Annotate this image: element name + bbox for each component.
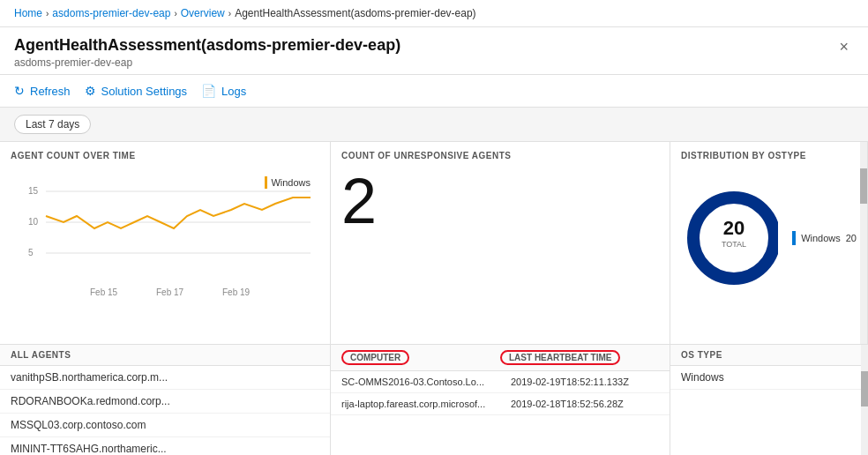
cell-heartbeat-2: 2019-02-18T18:52:56.28Z [500,393,670,414]
list-item[interactable]: MININT-TT6SAHG.northameric... [0,437,330,455]
unresponsive-table-panel: COMPUTER LAST HEARTBEAT TIME SC-OMMS2016… [331,345,670,455]
cell-computer-2: rija-laptop.fareast.corp.microsof... [331,393,500,414]
computer-col-header: COMPUTER [341,350,409,365]
toolbar: ↻ Refresh ⚙ Solution Settings 📄 Logs [0,75,868,108]
table-row[interactable]: SC-OMMS2016-03.Contoso.Lo... 2019-02-19T… [331,371,670,393]
donut-chart-svg: 20 TOTAL [681,185,778,291]
all-agents-header: ALL AGENTS [0,345,330,366]
y-label-15: 15 [28,186,39,196]
x-label-feb15: Feb 15 [90,287,118,297]
heartbeat-col-header: LAST HEARTBEAT TIME [500,350,620,365]
list-item[interactable]: RDORANBOOKa.redmond.corp... [0,390,330,414]
distribution-legend: Windows 20 [792,231,857,245]
breadcrumb-sep-2: › [174,9,176,19]
chart-line [46,198,311,228]
x-label-feb17: Feb 17 [156,287,184,297]
logs-label: Logs [221,85,246,98]
bottom-panels: ALL AGENTS vanithpSB.northamerica.corp.m… [0,345,868,455]
filter-bar: Last 7 days [0,108,868,142]
y-label-10: 10 [28,217,39,227]
all-agents-list: vanithpSB.northamerica.corp.m... RDORANB… [0,366,330,455]
breadcrumb-overview[interactable]: Overview [181,7,225,19]
windows-legend-right: Windows 20 [792,231,857,245]
legend-bar [265,176,267,189]
header-left: AgentHealthAssessment(asdoms-premier-dev… [14,36,400,69]
x-label-feb19: Feb 19 [222,287,251,297]
app-container: Home › asdoms-premier-dev-eap › Overview… [0,0,868,455]
refresh-label: Refresh [30,85,71,98]
windows-legend-bar [792,231,796,245]
breadcrumb-sep-3: › [228,9,231,19]
unresponsive-title: COUNT OF UNRESPONSIVE AGENTS [341,151,659,160]
refresh-icon: ↻ [14,84,25,98]
cell-heartbeat-1: 2019-02-19T18:52:11.133Z [500,371,670,392]
cell-computer-1: SC-OMMS2016-03.Contoso.Lo... [331,371,500,392]
col-header-computer: COMPUTER [341,350,500,365]
donut-container: 20 TOTAL Windows 20 [681,168,857,309]
col-header-heartbeat: LAST HEARTBEAT TIME [500,350,659,365]
solution-settings-button[interactable]: ⚙ Solution Settings [85,80,188,101]
page-header: AgentHealthAssessment(asdoms-premier-dev… [0,27,868,75]
os-type-item-windows[interactable]: Windows [670,366,868,390]
content-area: AGENT COUNT OVER TIME Windows 15 10 5 [0,142,868,455]
donut-total-number: 20 [723,217,745,239]
donut-total-label: TOTAL [722,240,746,249]
distribution-panel: DISTRIBUTION BY OSTYPE 20 TOTAL Windows … [670,142,868,344]
breadcrumb-workspace[interactable]: asdoms-premier-dev-eap [52,7,170,19]
list-item[interactable]: MSSQL03.corp.contoso.com [0,414,330,437]
agent-count-panel: AGENT COUNT OVER TIME Windows 15 10 5 [0,142,331,344]
unresponsive-count: 2 [341,169,659,233]
legend-label: Windows [271,177,311,188]
breadcrumb: Home › asdoms-premier-dev-eap › Overview… [0,0,868,27]
unresponsive-panel: COUNT OF UNRESPONSIVE AGENTS 2 [331,142,670,344]
scroll-track[interactable] [860,142,867,344]
time-filter-pill[interactable]: Last 7 days [14,115,91,134]
y-label-5: 5 [28,248,34,257]
os-type-panel: OS TYPE Windows [670,345,868,455]
windows-legend-label: Windows [801,233,841,243]
top-panels: AGENT COUNT OVER TIME Windows 15 10 5 [0,142,868,345]
distribution-title: DISTRIBUTION BY OSTYPE [681,151,857,160]
all-agents-panel: ALL AGENTS vanithpSB.northamerica.corp.m… [0,345,331,455]
close-button[interactable]: × [834,36,854,58]
table-header-row: COMPUTER LAST HEARTBEAT TIME [331,345,670,371]
list-item[interactable]: vanithpSB.northamerica.corp.m... [0,366,330,390]
table-row[interactable]: rija-laptop.fareast.corp.microsof... 201… [331,393,670,415]
settings-icon: ⚙ [85,84,96,98]
chart-legend: Windows [265,176,311,189]
breadcrumb-sep-1: › [46,9,49,19]
page-subtitle: asdoms-premier-dev-eap [14,56,400,69]
table-body: SC-OMMS2016-03.Contoso.Lo... 2019-02-19T… [331,371,670,415]
os-type-header: OS TYPE [670,345,868,366]
settings-label: Solution Settings [101,85,188,98]
right-scroll-track[interactable] [861,345,868,455]
refresh-button[interactable]: ↻ Refresh [14,80,71,101]
breadcrumb-current: AgentHealthAssessment(asdoms-premier-dev… [235,7,475,19]
scroll-thumb[interactable] [860,168,867,204]
page-title: AgentHealthAssessment(asdoms-premier-dev… [14,36,400,55]
agent-count-title: AGENT COUNT OVER TIME [11,151,319,160]
right-scroll-thumb[interactable] [861,371,868,407]
agent-count-chart: Windows 15 10 5 [11,168,319,309]
breadcrumb-home[interactable]: Home [14,7,42,19]
logs-button[interactable]: 📄 Logs [201,80,246,101]
windows-legend-value: 20 [846,233,857,243]
logs-icon: 📄 [201,84,216,98]
